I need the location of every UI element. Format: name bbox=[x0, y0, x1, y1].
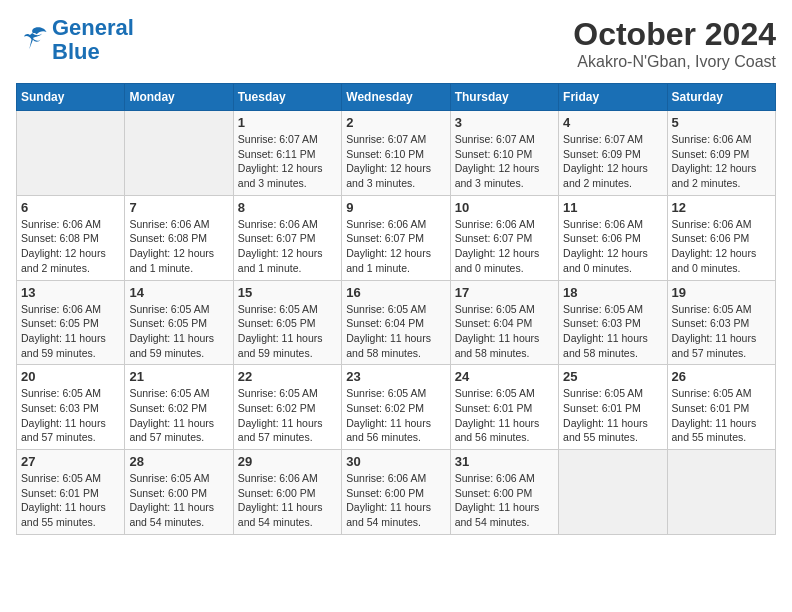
calendar-cell: 12Sunrise: 6:06 AM Sunset: 6:06 PM Dayli… bbox=[667, 195, 775, 280]
calendar-cell: 19Sunrise: 6:05 AM Sunset: 6:03 PM Dayli… bbox=[667, 280, 775, 365]
day-info: Sunrise: 6:05 AM Sunset: 6:03 PM Dayligh… bbox=[563, 302, 662, 361]
day-info: Sunrise: 6:05 AM Sunset: 6:01 PM Dayligh… bbox=[455, 386, 554, 445]
calendar-week-3: 13Sunrise: 6:06 AM Sunset: 6:05 PM Dayli… bbox=[17, 280, 776, 365]
day-number: 20 bbox=[21, 369, 120, 384]
logo-text: General Blue bbox=[52, 16, 134, 64]
day-info: Sunrise: 6:06 AM Sunset: 6:00 PM Dayligh… bbox=[455, 471, 554, 530]
calendar-body: 1Sunrise: 6:07 AM Sunset: 6:11 PM Daylig… bbox=[17, 111, 776, 535]
calendar-week-4: 20Sunrise: 6:05 AM Sunset: 6:03 PM Dayli… bbox=[17, 365, 776, 450]
calendar-cell: 30Sunrise: 6:06 AM Sunset: 6:00 PM Dayli… bbox=[342, 450, 450, 535]
day-number: 7 bbox=[129, 200, 228, 215]
day-number: 25 bbox=[563, 369, 662, 384]
day-number: 19 bbox=[672, 285, 771, 300]
day-number: 1 bbox=[238, 115, 337, 130]
calendar-table: SundayMondayTuesdayWednesdayThursdayFrid… bbox=[16, 83, 776, 535]
day-info: Sunrise: 6:06 AM Sunset: 6:00 PM Dayligh… bbox=[346, 471, 445, 530]
calendar-cell: 17Sunrise: 6:05 AM Sunset: 6:04 PM Dayli… bbox=[450, 280, 558, 365]
calendar-cell: 7Sunrise: 6:06 AM Sunset: 6:08 PM Daylig… bbox=[125, 195, 233, 280]
day-number: 4 bbox=[563, 115, 662, 130]
calendar-cell: 6Sunrise: 6:06 AM Sunset: 6:08 PM Daylig… bbox=[17, 195, 125, 280]
day-info: Sunrise: 6:07 AM Sunset: 6:11 PM Dayligh… bbox=[238, 132, 337, 191]
calendar-cell: 27Sunrise: 6:05 AM Sunset: 6:01 PM Dayli… bbox=[17, 450, 125, 535]
day-info: Sunrise: 6:07 AM Sunset: 6:09 PM Dayligh… bbox=[563, 132, 662, 191]
logo-bird-icon bbox=[18, 23, 48, 53]
calendar-cell: 8Sunrise: 6:06 AM Sunset: 6:07 PM Daylig… bbox=[233, 195, 341, 280]
day-info: Sunrise: 6:06 AM Sunset: 6:06 PM Dayligh… bbox=[563, 217, 662, 276]
calendar-cell: 15Sunrise: 6:05 AM Sunset: 6:05 PM Dayli… bbox=[233, 280, 341, 365]
day-number: 23 bbox=[346, 369, 445, 384]
day-info: Sunrise: 6:05 AM Sunset: 6:00 PM Dayligh… bbox=[129, 471, 228, 530]
calendar-cell: 31Sunrise: 6:06 AM Sunset: 6:00 PM Dayli… bbox=[450, 450, 558, 535]
day-info: Sunrise: 6:05 AM Sunset: 6:04 PM Dayligh… bbox=[455, 302, 554, 361]
calendar-cell: 22Sunrise: 6:05 AM Sunset: 6:02 PM Dayli… bbox=[233, 365, 341, 450]
weekday-header-sunday: Sunday bbox=[17, 84, 125, 111]
day-number: 12 bbox=[672, 200, 771, 215]
day-info: Sunrise: 6:05 AM Sunset: 6:01 PM Dayligh… bbox=[563, 386, 662, 445]
day-number: 29 bbox=[238, 454, 337, 469]
calendar-cell bbox=[125, 111, 233, 196]
calendar-cell: 24Sunrise: 6:05 AM Sunset: 6:01 PM Dayli… bbox=[450, 365, 558, 450]
day-info: Sunrise: 6:06 AM Sunset: 6:07 PM Dayligh… bbox=[346, 217, 445, 276]
day-number: 9 bbox=[346, 200, 445, 215]
calendar-cell: 21Sunrise: 6:05 AM Sunset: 6:02 PM Dayli… bbox=[125, 365, 233, 450]
day-info: Sunrise: 6:06 AM Sunset: 6:07 PM Dayligh… bbox=[238, 217, 337, 276]
day-info: Sunrise: 6:05 AM Sunset: 6:05 PM Dayligh… bbox=[129, 302, 228, 361]
page-header: General Blue October 2024 Akakro-N'Gban,… bbox=[16, 16, 776, 71]
day-number: 6 bbox=[21, 200, 120, 215]
day-number: 30 bbox=[346, 454, 445, 469]
weekday-header-thursday: Thursday bbox=[450, 84, 558, 111]
weekday-header-friday: Friday bbox=[559, 84, 667, 111]
calendar-header: SundayMondayTuesdayWednesdayThursdayFrid… bbox=[17, 84, 776, 111]
logo-line2: Blue bbox=[52, 39, 100, 64]
day-number: 13 bbox=[21, 285, 120, 300]
day-info: Sunrise: 6:06 AM Sunset: 6:00 PM Dayligh… bbox=[238, 471, 337, 530]
calendar-cell: 14Sunrise: 6:05 AM Sunset: 6:05 PM Dayli… bbox=[125, 280, 233, 365]
calendar-cell bbox=[17, 111, 125, 196]
logo: General Blue bbox=[16, 16, 134, 64]
day-number: 11 bbox=[563, 200, 662, 215]
day-info: Sunrise: 6:07 AM Sunset: 6:10 PM Dayligh… bbox=[346, 132, 445, 191]
day-number: 3 bbox=[455, 115, 554, 130]
day-number: 15 bbox=[238, 285, 337, 300]
day-info: Sunrise: 6:05 AM Sunset: 6:03 PM Dayligh… bbox=[21, 386, 120, 445]
day-number: 10 bbox=[455, 200, 554, 215]
day-info: Sunrise: 6:05 AM Sunset: 6:04 PM Dayligh… bbox=[346, 302, 445, 361]
day-info: Sunrise: 6:05 AM Sunset: 6:01 PM Dayligh… bbox=[21, 471, 120, 530]
day-number: 21 bbox=[129, 369, 228, 384]
calendar-title: October 2024 bbox=[573, 16, 776, 53]
day-number: 24 bbox=[455, 369, 554, 384]
calendar-cell: 23Sunrise: 6:05 AM Sunset: 6:02 PM Dayli… bbox=[342, 365, 450, 450]
calendar-cell: 28Sunrise: 6:05 AM Sunset: 6:00 PM Dayli… bbox=[125, 450, 233, 535]
day-info: Sunrise: 6:05 AM Sunset: 6:03 PM Dayligh… bbox=[672, 302, 771, 361]
day-number: 22 bbox=[238, 369, 337, 384]
day-info: Sunrise: 6:05 AM Sunset: 6:05 PM Dayligh… bbox=[238, 302, 337, 361]
day-number: 8 bbox=[238, 200, 337, 215]
day-number: 28 bbox=[129, 454, 228, 469]
calendar-cell bbox=[667, 450, 775, 535]
calendar-cell: 25Sunrise: 6:05 AM Sunset: 6:01 PM Dayli… bbox=[559, 365, 667, 450]
calendar-week-1: 1Sunrise: 6:07 AM Sunset: 6:11 PM Daylig… bbox=[17, 111, 776, 196]
calendar-cell: 5Sunrise: 6:06 AM Sunset: 6:09 PM Daylig… bbox=[667, 111, 775, 196]
calendar-cell: 29Sunrise: 6:06 AM Sunset: 6:00 PM Dayli… bbox=[233, 450, 341, 535]
day-info: Sunrise: 6:05 AM Sunset: 6:02 PM Dayligh… bbox=[238, 386, 337, 445]
calendar-cell: 9Sunrise: 6:06 AM Sunset: 6:07 PM Daylig… bbox=[342, 195, 450, 280]
calendar-cell: 16Sunrise: 6:05 AM Sunset: 6:04 PM Dayli… bbox=[342, 280, 450, 365]
day-number: 16 bbox=[346, 285, 445, 300]
day-number: 18 bbox=[563, 285, 662, 300]
day-info: Sunrise: 6:06 AM Sunset: 6:08 PM Dayligh… bbox=[21, 217, 120, 276]
calendar-cell: 1Sunrise: 6:07 AM Sunset: 6:11 PM Daylig… bbox=[233, 111, 341, 196]
day-info: Sunrise: 6:05 AM Sunset: 6:02 PM Dayligh… bbox=[129, 386, 228, 445]
day-info: Sunrise: 6:06 AM Sunset: 6:08 PM Dayligh… bbox=[129, 217, 228, 276]
day-info: Sunrise: 6:07 AM Sunset: 6:10 PM Dayligh… bbox=[455, 132, 554, 191]
calendar-week-5: 27Sunrise: 6:05 AM Sunset: 6:01 PM Dayli… bbox=[17, 450, 776, 535]
calendar-cell bbox=[559, 450, 667, 535]
calendar-cell: 4Sunrise: 6:07 AM Sunset: 6:09 PM Daylig… bbox=[559, 111, 667, 196]
day-number: 5 bbox=[672, 115, 771, 130]
day-number: 31 bbox=[455, 454, 554, 469]
calendar-cell: 26Sunrise: 6:05 AM Sunset: 6:01 PM Dayli… bbox=[667, 365, 775, 450]
calendar-cell: 11Sunrise: 6:06 AM Sunset: 6:06 PM Dayli… bbox=[559, 195, 667, 280]
weekday-header-monday: Monday bbox=[125, 84, 233, 111]
day-info: Sunrise: 6:06 AM Sunset: 6:09 PM Dayligh… bbox=[672, 132, 771, 191]
day-number: 27 bbox=[21, 454, 120, 469]
day-info: Sunrise: 6:06 AM Sunset: 6:06 PM Dayligh… bbox=[672, 217, 771, 276]
